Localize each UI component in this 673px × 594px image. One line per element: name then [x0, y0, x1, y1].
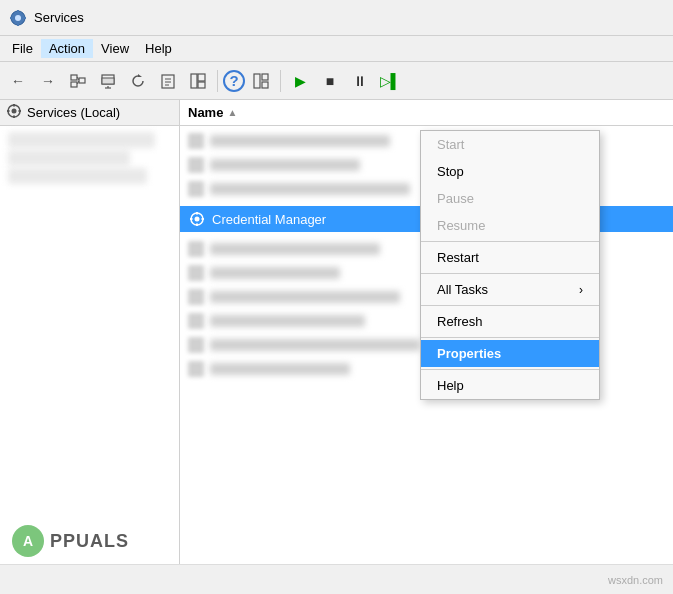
bar-view-button[interactable] [247, 67, 275, 95]
context-menu: Start Stop Pause Resume Restart All Task… [420, 130, 600, 400]
sidebar-gear-icon [6, 103, 22, 122]
svg-rect-6 [71, 75, 77, 80]
main-content: Services (Local) Name ▲ [0, 100, 673, 594]
svg-rect-35 [196, 224, 198, 227]
svg-rect-3 [17, 23, 19, 26]
toolbar: ← → [0, 62, 673, 100]
back-button[interactable]: ← [4, 67, 32, 95]
svg-rect-8 [79, 78, 85, 83]
up-level-button[interactable] [94, 67, 122, 95]
ctx-resume[interactable]: Resume [421, 212, 599, 239]
svg-point-27 [12, 109, 17, 114]
svg-rect-24 [262, 74, 268, 80]
svg-rect-4 [10, 17, 13, 19]
extended-view-button[interactable] [184, 67, 212, 95]
sidebar-blurred-row [8, 150, 130, 166]
forward-button[interactable]: → [34, 67, 62, 95]
title-bar-text: Services [34, 10, 84, 25]
menu-view[interactable]: View [93, 39, 137, 58]
service-icon-blurred [188, 361, 204, 377]
svg-rect-12 [102, 78, 114, 84]
service-icon-blurred [188, 241, 204, 257]
sidebar-blurred-row [8, 132, 155, 148]
ctx-separator-3 [421, 305, 599, 306]
ctx-all-tasks[interactable]: All Tasks › [421, 276, 599, 303]
ctx-start[interactable]: Start [421, 131, 599, 158]
right-panel: Name ▲ [180, 100, 673, 594]
sidebar-header: Services (Local) [0, 100, 179, 126]
svg-rect-20 [191, 74, 197, 88]
svg-point-33 [195, 217, 200, 222]
menu-bar: File Action View Help [0, 36, 673, 62]
credential-manager-icon [188, 210, 206, 228]
bottom-bar: wsxdn.com [0, 564, 673, 594]
service-name-blurred [210, 267, 340, 279]
service-icon-blurred [188, 181, 204, 197]
svg-rect-7 [71, 82, 77, 87]
ctx-pause[interactable]: Pause [421, 185, 599, 212]
svg-rect-21 [198, 74, 205, 81]
service-icon-blurred [188, 313, 204, 329]
svg-rect-25 [262, 82, 268, 88]
service-name-blurred [210, 339, 420, 351]
ctx-all-tasks-arrow: › [579, 283, 583, 297]
svg-rect-29 [13, 116, 15, 119]
ctx-stop[interactable]: Stop [421, 158, 599, 185]
svg-text:A: A [23, 533, 33, 549]
stop-button[interactable]: ■ [316, 67, 344, 95]
pause-button[interactable]: ⏸ [346, 67, 374, 95]
service-name-blurred [210, 315, 365, 327]
svg-rect-28 [13, 104, 15, 107]
title-bar-icon [8, 8, 28, 28]
ctx-separator-5 [421, 369, 599, 370]
show-console-tree-button[interactable] [64, 67, 92, 95]
sidebar-header-text: Services (Local) [27, 105, 120, 120]
ctx-restart[interactable]: Restart [421, 244, 599, 271]
service-icon-blurred [188, 133, 204, 149]
ctx-help[interactable]: Help [421, 372, 599, 399]
svg-rect-31 [19, 110, 22, 112]
service-name-blurred [210, 135, 390, 147]
svg-marker-15 [138, 74, 142, 77]
ctx-separator-4 [421, 337, 599, 338]
help-button[interactable]: ? [223, 70, 245, 92]
menu-help[interactable]: Help [137, 39, 180, 58]
ctx-properties[interactable]: Properties [421, 340, 599, 367]
svg-rect-30 [7, 110, 10, 112]
svg-rect-2 [17, 10, 19, 13]
appuals-logo-icon: A [10, 523, 46, 559]
service-icon-blurred [188, 337, 204, 353]
refresh-button[interactable] [124, 67, 152, 95]
svg-rect-34 [196, 212, 198, 215]
service-icon-blurred [188, 157, 204, 173]
service-name-blurred [210, 183, 410, 195]
svg-rect-37 [202, 218, 205, 220]
title-bar: Services [0, 0, 673, 36]
sidebar-blurred-row [8, 168, 147, 184]
service-icon-blurred [188, 265, 204, 281]
toolbar-separator-1 [217, 70, 218, 92]
svg-rect-5 [23, 17, 26, 19]
watermark-text: wsxdn.com [608, 574, 663, 586]
ctx-separator-2 [421, 273, 599, 274]
play-button[interactable]: ▶ [286, 67, 314, 95]
sort-arrow: ▲ [227, 107, 237, 118]
properties-button[interactable] [154, 67, 182, 95]
column-header-name: Name ▲ [180, 100, 673, 126]
sidebar-content [0, 126, 179, 190]
menu-action[interactable]: Action [41, 39, 93, 58]
service-name-blurred [210, 243, 380, 255]
menu-file[interactable]: File [4, 39, 41, 58]
ctx-refresh[interactable]: Refresh [421, 308, 599, 335]
svg-rect-36 [190, 218, 193, 220]
svg-rect-22 [198, 82, 205, 88]
svg-point-1 [15, 15, 21, 21]
service-name-blurred [210, 291, 400, 303]
resume-button[interactable]: ▷▌ [376, 67, 404, 95]
ctx-separator-1 [421, 241, 599, 242]
credential-manager-name: Credential Manager [212, 212, 326, 227]
sidebar: Services (Local) [0, 100, 180, 594]
service-icon-blurred [188, 289, 204, 305]
service-name-blurred [210, 363, 350, 375]
appuals-logo: A PPUALS [10, 523, 129, 559]
